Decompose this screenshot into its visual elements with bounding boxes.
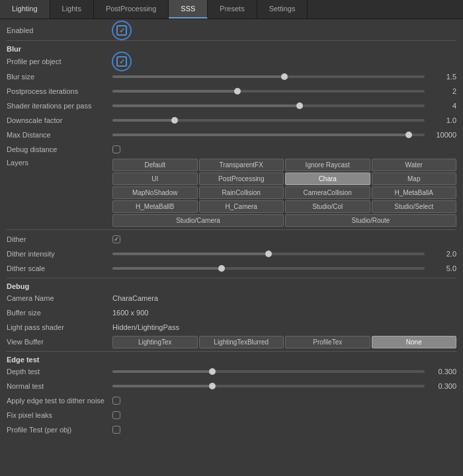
layer-btn-postprocessing[interactable]: PostProcessing (199, 173, 284, 185)
buffer-size-row: Buffer size 1600 x 900 (7, 306, 456, 319)
view-buffer-lightingtexblurred[interactable]: LightingTexBlurred (199, 336, 284, 348)
blur-size-slider[interactable] (112, 75, 425, 78)
dither-label: Dither (7, 235, 112, 243)
shader-iterations-control[interactable] (112, 104, 425, 107)
layers-row-1: UI PostProcessing Chara Map (112, 173, 456, 185)
postprocess-iterations-control[interactable] (112, 90, 425, 93)
view-buffer-lightingtex[interactable]: LightingTex (112, 336, 198, 348)
debug-distance-checkbox[interactable] (112, 145, 120, 153)
dither-scale-row: Dither scale 5.0 (7, 262, 456, 275)
blur-size-control[interactable] (112, 75, 425, 78)
debug-distance-control (112, 145, 456, 153)
dither-row: Dither (7, 233, 456, 246)
fix-pixel-leaks-label: Fix pixel leaks (7, 411, 112, 419)
camera-name-row: Camera Name CharaCamera (7, 292, 456, 305)
apply-edge-checkbox[interactable] (112, 397, 120, 405)
layer-btn-studiocamera[interactable]: Studio/Camera (112, 214, 284, 227)
layer-btn-ui[interactable]: UI (112, 173, 198, 185)
downscale-factor-label: Downscale factor (7, 116, 112, 124)
tab-postprocessing[interactable]: PostProcessing (94, 0, 169, 19)
postprocess-iterations-slider[interactable] (112, 90, 425, 93)
layers-row-0: Default TransparentFX Ignore Raycast Wat… (112, 159, 456, 171)
normal-test-slider[interactable] (112, 385, 425, 387)
debug-header: Debug (7, 282, 456, 290)
enabled-checkbox[interactable] (116, 25, 127, 36)
apply-edge-label: Apply edge test to dither noise (7, 397, 112, 405)
enabled-label: Enabled (7, 26, 112, 34)
max-distance-label: Max Distance (7, 131, 112, 139)
postprocess-iterations-value: 2 (425, 87, 456, 95)
tab-sss[interactable]: SSS (169, 0, 208, 19)
layers-grid: Default TransparentFX Ignore Raycast Wat… (112, 159, 456, 227)
buffer-size-label: Buffer size (7, 309, 112, 317)
dither-intensity-row: Dither intensity 2.0 (7, 247, 456, 260)
layer-btn-raincollision[interactable]: RainCollision (199, 186, 284, 199)
downscale-factor-control[interactable] (112, 119, 425, 122)
layer-btn-hcamera[interactable]: H_Camera (199, 200, 284, 213)
view-buffer-none[interactable]: None (372, 336, 457, 348)
light-pass-shader-control: Hidden/LightingPass (112, 323, 456, 331)
tab-bar: Lighting Lights PostProcessing SSS Prese… (0, 0, 463, 19)
view-buffer-profiletex[interactable]: ProfileTex (285, 336, 370, 348)
layers-row-3: H_MetaBallB H_Camera Studio/Col Studio/S… (112, 200, 456, 213)
layer-btn-hmetaballb[interactable]: H_MetaBallB (112, 200, 198, 213)
light-pass-shader-row: Light pass shader Hidden/LightingPass (7, 321, 456, 334)
postprocess-iterations-row: Postprocess iterations 2 (7, 85, 456, 98)
tab-lights[interactable]: Lights (50, 0, 94, 19)
shader-iterations-value: 4 (425, 102, 456, 110)
dither-checkbox[interactable] (112, 235, 120, 243)
dither-scale-slider[interactable] (112, 267, 425, 270)
profile-per-object-checkbox[interactable] (116, 56, 127, 67)
downscale-factor-slider[interactable] (112, 119, 425, 122)
depth-test-control[interactable] (112, 370, 425, 373)
layer-btn-ignore-raycast[interactable]: Ignore Raycast (285, 159, 370, 171)
normal-test-row: Normal test 0.300 (7, 379, 456, 393)
layer-btn-studiocol[interactable]: Studio/Col (285, 200, 370, 213)
profile-per-object-control (112, 54, 456, 69)
layers-label: Layers (7, 159, 112, 167)
layer-btn-studioselect[interactable]: Studio/Select (372, 200, 457, 213)
profile-per-object-label: Profile per object (7, 58, 112, 65)
enabled-checkbox-wrap (112, 23, 131, 38)
buffer-size-value: 1600 x 900 (112, 309, 148, 317)
dither-scale-value: 5.0 (425, 264, 456, 272)
layer-btn-mapnoshadow[interactable]: MapNoShadow (112, 186, 198, 199)
enabled-row: Enabled (7, 23, 456, 38)
layer-btn-transparentfx[interactable]: TransparentFX (199, 159, 284, 171)
tab-settings[interactable]: Settings (257, 0, 308, 19)
blur-size-value: 1.5 (425, 73, 456, 81)
divider-2 (7, 229, 456, 230)
layers-row: Layers Default TransparentFX Ignore Rayc… (7, 159, 456, 227)
shader-iterations-row: Shader iterations per pass 4 (7, 99, 456, 112)
light-pass-shader-value: Hidden/LightingPass (112, 323, 179, 331)
max-distance-control[interactable] (112, 134, 425, 136)
layer-btn-map[interactable]: Map (372, 173, 457, 185)
max-distance-slider[interactable] (112, 134, 425, 136)
apply-edge-control (112, 397, 456, 405)
depth-test-slider[interactable] (112, 370, 425, 373)
tab-presets[interactable]: Presets (208, 0, 257, 19)
dither-intensity-slider[interactable] (112, 253, 425, 255)
view-buffer-buttons: LightingTex LightingTexBlurred ProfileTe… (112, 336, 456, 348)
view-buffer-label: View Buffer (7, 338, 112, 346)
layer-btn-hmetaballa[interactable]: H_MetaBallA (372, 186, 457, 199)
depth-test-value: 0.300 (425, 368, 456, 376)
view-buffer-control: LightingTex LightingTexBlurred ProfileTe… (112, 336, 456, 348)
layer-btn-default[interactable]: Default (112, 159, 198, 171)
dither-intensity-control[interactable] (112, 253, 425, 255)
layer-btn-water[interactable]: Water (372, 159, 457, 171)
blur-size-label: Blur size (7, 73, 112, 81)
normal-test-control[interactable] (112, 385, 425, 387)
layer-btn-studioroute[interactable]: Studio/Route (285, 214, 456, 227)
layer-btn-cameracollision[interactable]: CameraCollision (285, 186, 370, 199)
tab-lighting[interactable]: Lighting (0, 0, 50, 19)
light-pass-shader-label: Light pass shader (7, 323, 112, 331)
enabled-control (112, 23, 456, 38)
profile-test-checkbox[interactable] (112, 426, 120, 434)
dither-scale-control[interactable] (112, 267, 425, 270)
fix-pixel-leaks-checkbox[interactable] (112, 411, 120, 419)
normal-test-value: 0.300 (425, 382, 456, 390)
shader-iterations-slider[interactable] (112, 104, 425, 107)
fix-pixel-leaks-row: Fix pixel leaks (7, 409, 456, 422)
layer-btn-chara[interactable]: Chara (285, 173, 370, 185)
